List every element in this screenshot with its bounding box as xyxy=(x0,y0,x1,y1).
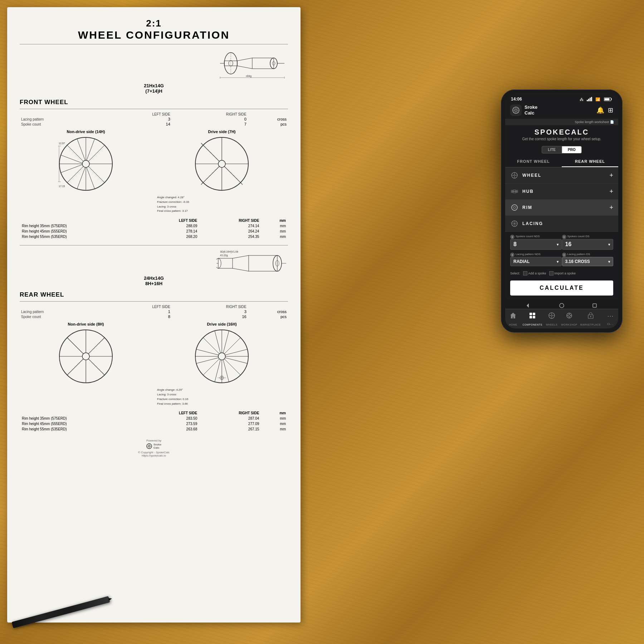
front-left-spokes: 14 xyxy=(103,122,172,127)
spokes-nds-label: Spokes count NDS xyxy=(516,235,540,238)
rear-spoke-row-2-left: 273.59 xyxy=(143,421,199,426)
svg-line-22 xyxy=(88,166,105,183)
front-spoke-row-3-desc: Rim height 55mm (535ERD) xyxy=(20,234,143,239)
rear-left-side-header: LEFT SIDE xyxy=(103,304,172,309)
nav-workshop[interactable]: WORKSHOP xyxy=(560,309,579,328)
rear-right-side-header: RIGHT SIDE xyxy=(172,304,248,309)
lacing-ds-label: Lacing pattern DS xyxy=(567,253,590,256)
import-spoke-checkbox[interactable] xyxy=(549,271,553,275)
rear-spoke-left-header: LEFT SIDE xyxy=(143,410,199,416)
svg-point-135 xyxy=(551,315,552,316)
logo-wheel-icon xyxy=(512,106,520,114)
svg-point-124 xyxy=(513,206,516,209)
spokes-nds-input[interactable]: 8 ▾ xyxy=(510,239,562,250)
nav-components[interactable]: COMPONENTS xyxy=(521,309,544,328)
spoke-unit-header: mm xyxy=(261,218,288,223)
more-nav-icon: ⋯ xyxy=(607,312,614,319)
rear-spoke-row-2-right: 277.09 xyxy=(199,421,261,426)
svg-rect-95 xyxy=(590,98,591,101)
svg-point-141 xyxy=(568,314,570,317)
svg-line-63 xyxy=(88,359,105,375)
svg-text:12.97: 12.97 xyxy=(59,142,65,145)
svg-line-4 xyxy=(237,58,252,61)
lacing-section-row[interactable]: LACING xyxy=(505,216,618,232)
nav-marketplace[interactable]: MARKETPLACE xyxy=(579,309,602,328)
logo-text: Sroke Calc xyxy=(525,104,537,116)
website: https://spokecalc.io xyxy=(142,454,166,457)
nav-wheels[interactable]: WHEELS xyxy=(544,309,560,328)
logo-circle xyxy=(510,104,522,116)
rear-left-spokes: 8 xyxy=(103,314,172,319)
front-spoke-row-2-unit: mm xyxy=(261,229,288,234)
battery-icon xyxy=(604,97,613,101)
svg-line-29 xyxy=(77,167,85,189)
svg-line-21 xyxy=(67,145,83,161)
front-right-lacing: 0 xyxy=(172,117,248,122)
spokes-ds-arrow: ▾ xyxy=(608,243,610,247)
hub-section-row[interactable]: HUB + xyxy=(505,184,618,200)
svg-rect-100 xyxy=(605,98,610,101)
worksheet-link[interactable]: Spoke length worksheet 📄 xyxy=(505,119,618,125)
nav-components-label: COMPONENTS xyxy=(523,323,542,326)
nav-more[interactable]: ⋯ CL... xyxy=(602,309,618,328)
front-spoke-row-3-unit: mm xyxy=(261,234,288,239)
tab-front-wheel[interactable]: FRONT WHEEL xyxy=(505,156,562,167)
front-wheel-diagrams: Non-drive side (14H) xyxy=(20,130,288,215)
svg-line-62 xyxy=(67,337,83,354)
svg-line-108 xyxy=(517,111,518,112)
lacing-nds-info-icon: i xyxy=(510,253,514,257)
lacing-nds-arrow: ▾ xyxy=(557,260,558,264)
rear-annotation: Angle change: 4.29° Lacing: 3 cross Frac… xyxy=(156,386,288,408)
lacing-nds-value: RADIAL xyxy=(513,259,530,264)
svg-line-27 xyxy=(60,155,82,163)
nav-workshop-label: WORKSHOP xyxy=(561,323,577,326)
add-spoke-label: Add a spoke xyxy=(528,272,546,275)
rim-section-row[interactable]: RIM + xyxy=(505,200,618,216)
spokes-count-row: i Spokes count NDS 8 ▾ i Spokes count DS… xyxy=(505,232,618,253)
svg-line-81 xyxy=(215,360,220,382)
front-spoke-row-1-unit: mm xyxy=(261,223,288,229)
components-nav-icon xyxy=(529,312,536,319)
footer-logo-text: SrokeCalc xyxy=(153,443,161,449)
svg-line-28 xyxy=(60,165,82,173)
tab-rear-wheel[interactable]: REAR WHEEL xyxy=(562,156,618,167)
svg-line-43 xyxy=(224,166,243,185)
svg-text:📶: 📶 xyxy=(595,97,600,101)
wheel-section-row[interactable]: WHEEL + xyxy=(505,167,618,184)
svg-line-41 xyxy=(201,166,219,185)
spokes-ds-label: Spokes count DS xyxy=(567,235,590,238)
config-label: WHEEL CONFIGURATION xyxy=(20,29,288,41)
add-spoke-option[interactable]: Add a spoke xyxy=(523,271,546,275)
nav-home[interactable]: HOME xyxy=(505,309,521,328)
rim-section-icon xyxy=(510,203,519,212)
svg-text:3D(8.16H)V1.08: 3D(8.16H)V1.08 xyxy=(220,250,238,253)
svg-line-5 xyxy=(237,66,252,69)
front-nds-label: Non-drive side (14H) xyxy=(20,130,152,134)
add-spoke-checkbox[interactable] xyxy=(523,271,527,275)
svg-line-79 xyxy=(196,358,218,364)
lacing-nds-input[interactable]: RADIAL ▾ xyxy=(510,257,562,266)
spokes-ds-input[interactable]: 16 ▾ xyxy=(562,239,614,250)
calculate-button[interactable]: CALCULATE xyxy=(510,280,613,296)
app-logo[interactable]: Sroke Calc xyxy=(510,104,537,116)
bell-icon[interactable]: 🔔 xyxy=(596,106,604,114)
spoke-right-header: RIGHT SIDE xyxy=(199,218,261,223)
phone-device: 14:06 ⁂ 📶 xyxy=(501,89,623,333)
rear-ds-diagram: Drive side (16H) xyxy=(156,322,288,385)
lite-button[interactable]: LITE xyxy=(542,146,562,153)
svg-text:#2.22g: #2.22g xyxy=(220,254,228,257)
svg-line-30 xyxy=(87,167,95,189)
rear-spoke-right-header: RIGHT SIDE xyxy=(199,410,261,416)
front-hub-label: 21Hx14G xyxy=(144,83,164,88)
lacing-ds-input[interactable]: 3.16 CROSS ▾ xyxy=(562,257,614,266)
lacing-nds-col: i Lacing pattern NDS RADIAL ▾ xyxy=(510,253,562,266)
import-spoke-option[interactable]: Import a spoke xyxy=(549,271,576,275)
grid-icon[interactable]: ⊞ xyxy=(608,106,613,114)
pro-button[interactable]: PRO xyxy=(562,146,582,153)
rear-spoke-row-3-desc: Rim height 55mm (535ERD) xyxy=(20,426,143,432)
rear-lacing-label: Lacing pattern xyxy=(20,309,103,314)
svg-line-26 xyxy=(87,138,95,160)
wheel-section-name: WHEEL xyxy=(522,173,541,178)
rear-spoke-row-2-unit: mm xyxy=(261,421,288,426)
copyright: © Copyright - SpokeCalc xyxy=(138,451,170,454)
